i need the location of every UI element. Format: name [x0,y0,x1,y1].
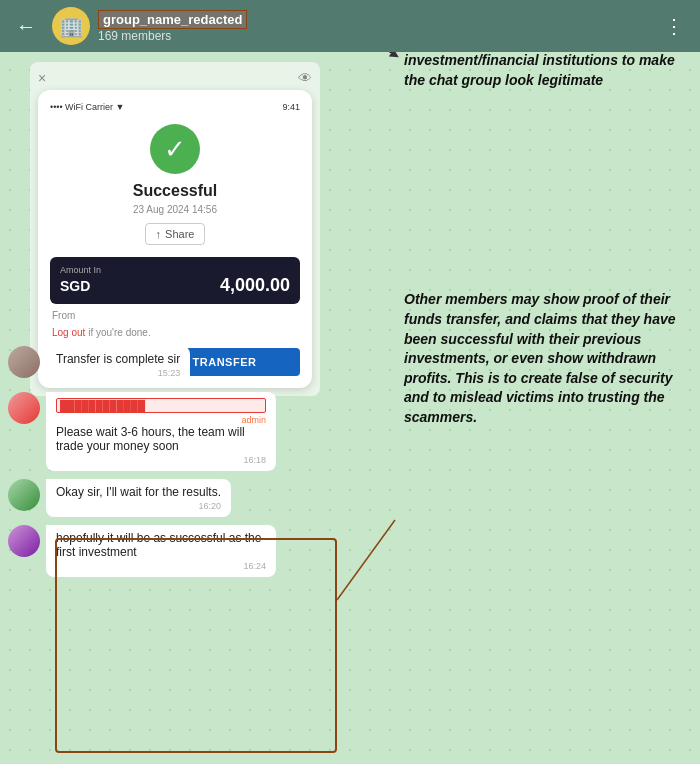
message-time: 15:23 [56,368,180,378]
messages-list: Transfer is complete sir 15:23 █████████… [0,342,380,589]
logout-link[interactable]: Log out [52,327,85,338]
message-time: 16:18 [56,455,266,465]
admin-badge: admin [56,415,266,425]
annotation-text-2: Other members may show proof of their fu… [404,290,686,427]
avatar [8,479,40,511]
message-text: hopefully it will be as successful as th… [56,531,266,559]
group-info: group_name_redacted 169 members [98,10,656,43]
message-bubble: Okay sir, I'll wait for the results. 16:… [46,479,231,517]
chat-area: × 👁 •••• WiFi Carrier ▼ 9:41 ✓ Successfu… [0,52,380,764]
amount-value: 4,000.00 [220,275,290,296]
success-date: 23 Aug 2024 14:56 [50,204,300,215]
message-bubble: ████████████ admin Please wait 3-6 hours… [46,392,276,471]
share-icon: ↑ [156,228,162,240]
back-button[interactable]: ← [8,11,44,42]
success-title: Successful [50,182,300,200]
amount-currency: SGD [60,278,90,294]
share-button[interactable]: ↑ Share [145,223,206,245]
group-members: 169 members [98,29,656,43]
amount-label: Amount In [60,265,290,275]
annotation-panel: Scammers may use a fake company name, or… [390,0,700,764]
avatar [8,346,40,378]
message-row: Transfer is complete sir 15:23 [8,346,372,384]
group-name: group_name_redacted [98,10,247,29]
phone-status-bar: •••• WiFi Carrier ▼ 9:41 [50,102,300,112]
avatar [8,392,40,424]
message-text: Okay sir, I'll wait for the results. [56,485,221,499]
message-text: Please wait 3-6 hours, the team will tra… [56,425,266,453]
avatar [8,525,40,557]
top-bar: ← 🏢 group_name_redacted 169 members ⋮ [0,0,700,52]
message-row: Okay sir, I'll wait for the results. 16:… [8,479,372,517]
sender-name: ████████████ [56,398,266,413]
logout-row: Log out if you're done. [50,327,300,338]
amount-box: Amount In SGD 4,000.00 [50,257,300,304]
message-row: hopefully it will be as successful as th… [8,525,372,577]
message-bubble: hopefully it will be as successful as th… [46,525,276,577]
more-options-button[interactable]: ⋮ [656,10,692,42]
message-text: Transfer is complete sir [56,352,180,366]
message-time: 16:24 [56,561,266,571]
card-close-icon[interactable]: × [38,70,46,86]
annotation-block-2: Other members may show proof of their fu… [404,290,686,427]
from-row: From [50,310,300,321]
success-checkmark: ✓ [150,124,200,174]
group-avatar: 🏢 [52,7,90,45]
message-bubble: Transfer is complete sir 15:23 [46,346,190,384]
card-eye-icon: 👁 [298,70,312,86]
time-display: 9:41 [282,102,300,112]
message-time: 16:20 [56,501,221,511]
carrier-info: •••• WiFi Carrier ▼ [50,102,125,112]
message-row: ████████████ admin Please wait 3-6 hours… [8,392,372,471]
